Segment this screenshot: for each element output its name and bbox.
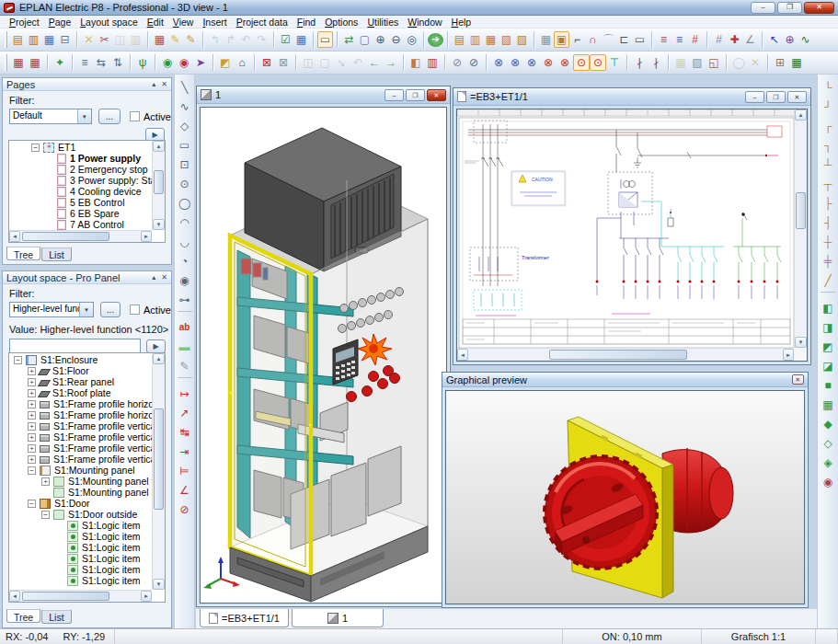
align-v-icon[interactable]: ≡ (672, 31, 687, 48)
preview-titlebar[interactable]: Graphical preview ✕ (442, 373, 808, 387)
terminal-g-icon[interactable]: ⊙ (590, 54, 606, 71)
delete-icon[interactable]: ✕ (81, 31, 97, 48)
scroll-right-icon[interactable]: ► (783, 349, 794, 361)
region-icon[interactable]: ◱ (706, 54, 722, 71)
hash-icon[interactable]: # (711, 31, 727, 48)
parts-cart-icon[interactable]: ⊞ (772, 54, 788, 71)
connections-icon[interactable]: ψ (134, 54, 151, 71)
collapse-icon[interactable]: − (31, 144, 40, 152)
delete-all-icon[interactable]: ⊠ (275, 54, 292, 71)
edit-device-icon[interactable]: ◩ (217, 54, 234, 71)
tree-item[interactable]: −S1:Mounting panel (9, 465, 152, 476)
print-icon[interactable]: ⊟ (57, 31, 73, 48)
page-macro-icon[interactable]: ▦ (10, 54, 27, 71)
hatch-icon[interactable]: ▨ (689, 54, 706, 71)
menu-project[interactable]: Project (5, 17, 44, 28)
scroll-down-icon[interactable]: ▼ (795, 337, 807, 348)
expand-icon[interactable]: + (28, 433, 36, 442)
restore-button[interactable]: ❐ (406, 89, 425, 101)
layout-apply-button[interactable]: ▶ (146, 339, 166, 353)
tree-item[interactable]: 6 EB Spare (9, 208, 152, 219)
menu-view[interactable]: View (168, 17, 199, 28)
device-table-icon[interactable]: ▦ (293, 31, 309, 48)
menu-options[interactable]: Options (320, 17, 362, 28)
tree-item[interactable]: S1:Logic item (9, 520, 152, 531)
symbol-macro-icon[interactable]: ✦ (52, 54, 68, 71)
view-eye-icon[interactable]: ◉ (177, 270, 193, 290)
tree-item[interactable]: +S1:Frame profile vertical left b (9, 431, 152, 443)
terminal-c-icon[interactable]: ⊗ (523, 54, 540, 71)
tree-item[interactable]: −S1:Door outside (9, 509, 152, 520)
tree-item[interactable]: S1:Logic item (9, 564, 152, 575)
navigate-home-icon[interactable]: ⌂ (234, 54, 250, 71)
window-macro-icon[interactable]: ▦ (27, 54, 43, 71)
terminal-b-icon[interactable]: ⊗ (507, 54, 523, 71)
tree-item[interactable]: +S1:Floor (9, 365, 152, 376)
undo-icon[interactable]: ↶ (238, 31, 254, 48)
schematic-hscrollbar[interactable]: ◄ ► (457, 348, 794, 361)
function-icon[interactable]: ▦ (672, 54, 689, 71)
transform-icon[interactable]: ✕ (747, 54, 763, 71)
dim-linear-icon[interactable]: ↦ (177, 384, 193, 403)
scroll-up-icon[interactable]: ▲ (795, 109, 807, 121)
conn-corner-dl-icon[interactable]: └ (820, 77, 836, 97)
collapse-icon[interactable]: − (28, 466, 36, 475)
scroll-left-icon[interactable]: ◄ (9, 591, 20, 602)
insert-cancel-icon[interactable]: ◉ (176, 54, 192, 71)
terminal-d-icon[interactable]: ⊗ (540, 54, 557, 71)
toolbar-grip[interactable] (5, 54, 7, 71)
paste-duplicate-icon[interactable]: ▢ (316, 54, 333, 71)
scroll-thumb[interactable] (796, 192, 806, 229)
spline-arrow-icon[interactable]: ∿ (798, 31, 813, 48)
combobox-dropdown-icon[interactable]: ▼ (79, 303, 93, 316)
schematic-window-titlebar[interactable]: =EB3+ET1/1 – ❐ ✕ (453, 88, 810, 106)
layout-tree-hscrollbar[interactable]: ◄ ► (9, 590, 152, 602)
pages-filter-browse-button[interactable]: ... (98, 109, 121, 124)
tree-item[interactable]: +S1:Frame profile horizontal co (9, 409, 152, 420)
tree-item[interactable]: S1:Logic item (9, 553, 152, 564)
scroll-down-icon[interactable]: ▼ (153, 219, 165, 230)
minimize-button[interactable]: – (385, 89, 404, 101)
menu-utilities[interactable]: Utilities (362, 17, 403, 28)
grid-snap-icon[interactable]: ▦ (538, 31, 554, 48)
polyline-icon[interactable]: ∿ (177, 97, 193, 116)
tree-item[interactable]: 7 AB Control (9, 219, 152, 230)
filter-sort-icon[interactable]: ⇅ (109, 54, 126, 71)
expand-icon[interactable]: + (28, 378, 36, 386)
pages-tree-hscrollbar[interactable]: ◄ ► (9, 230, 152, 242)
rotate-view-icon[interactable]: ◉ (820, 472, 836, 491)
terminal-e-icon[interactable]: ⊗ (557, 54, 573, 71)
tree-item[interactable]: 1 Power supply (9, 153, 152, 164)
scroll-up-icon[interactable]: ▲ (153, 353, 165, 364)
menu-page[interactable]: Page (44, 17, 76, 28)
expand-icon[interactable]: + (28, 367, 36, 375)
pages-panel-header[interactable]: Pages ▴ ✕ (3, 78, 171, 91)
tree-item[interactable]: +S1:Rear panel (9, 376, 152, 387)
text-icon[interactable]: ab (177, 317, 193, 337)
scroll-thumb[interactable] (22, 592, 109, 601)
collapse-icon[interactable]: − (28, 500, 36, 508)
dim-baseline-icon[interactable]: ⊨ (177, 461, 193, 480)
zoom-previous-icon[interactable]: ◎ (404, 31, 419, 48)
conn-tee-down-icon[interactable]: ┬ (820, 174, 836, 193)
expand-icon[interactable]: + (28, 389, 36, 397)
undo-step-icon[interactable]: ↶ (350, 54, 366, 71)
conn-corner-ul-icon[interactable]: ┌ (820, 116, 836, 135)
conn-cross-icon[interactable]: ┼ (820, 232, 836, 251)
project-management-icon[interactable]: ▦ (41, 31, 57, 48)
align-grid-icon[interactable]: # (687, 31, 703, 48)
minimize-button[interactable]: – (745, 91, 764, 103)
flag-icon[interactable]: ➤ (192, 54, 209, 71)
close-button[interactable]: ✕ (804, 2, 834, 14)
collapse-panel-icon[interactable]: ▴ (152, 274, 155, 282)
tree-item[interactable]: 3 Power supply: Statio (9, 175, 152, 186)
zoom-in-icon[interactable]: ⊕ (373, 31, 388, 48)
conn-break-icon[interactable]: ╱ (820, 270, 836, 290)
pages-filter-combobox[interactable]: Default ▼ (9, 109, 92, 124)
menu-edit[interactable]: Edit (143, 17, 168, 28)
dim-angle-icon[interactable]: ∠ (177, 480, 193, 500)
scroll-thumb[interactable] (549, 350, 687, 360)
scroll-left-icon[interactable]: ◄ (9, 231, 20, 242)
circle-dot-icon[interactable]: ⊙ (177, 174, 193, 193)
schematic-vscrollbar[interactable]: ▲ ▼ (794, 109, 807, 348)
